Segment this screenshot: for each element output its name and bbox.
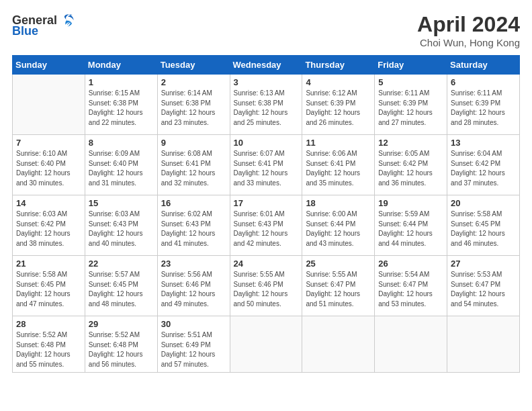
day-info: Sunrise: 6:14 AM Sunset: 6:38 PM Dayligh… xyxy=(161,89,226,128)
calendar-cell xyxy=(13,75,85,135)
day-info: Sunrise: 6:08 AM Sunset: 6:41 PM Dayligh… xyxy=(161,149,226,188)
day-info: Sunrise: 6:10 AM Sunset: 6:40 PM Dayligh… xyxy=(16,149,81,188)
weekday-header-tuesday: Tuesday xyxy=(157,56,230,75)
day-number: 17 xyxy=(234,198,299,208)
calendar-cell: 22Sunrise: 5:57 AM Sunset: 6:45 PM Dayli… xyxy=(85,256,157,316)
calendar-cell: 8Sunrise: 6:09 AM Sunset: 6:40 PM Daylig… xyxy=(85,135,157,195)
day-number: 13 xyxy=(451,138,516,148)
weekday-header-wednesday: Wednesday xyxy=(230,56,302,75)
calendar-cell: 28Sunrise: 5:52 AM Sunset: 6:48 PM Dayli… xyxy=(13,316,85,373)
calendar-cell: 11Sunrise: 6:06 AM Sunset: 6:41 PM Dayli… xyxy=(302,135,375,195)
day-number: 11 xyxy=(306,138,371,148)
day-info: Sunrise: 6:02 AM Sunset: 6:43 PM Dayligh… xyxy=(161,210,226,248)
day-info: Sunrise: 6:07 AM Sunset: 6:41 PM Dayligh… xyxy=(234,149,299,188)
weekday-header-friday: Friday xyxy=(375,56,447,75)
day-info: Sunrise: 6:04 AM Sunset: 6:42 PM Dayligh… xyxy=(451,149,516,188)
weekday-header-monday: Monday xyxy=(85,56,157,75)
calendar-cell: 30Sunrise: 5:51 AM Sunset: 6:49 PM Dayli… xyxy=(157,316,230,373)
page: General Blue April 2024 Choi Wun, Hong K… xyxy=(0,0,532,411)
calendar-cell: 16Sunrise: 6:02 AM Sunset: 6:43 PM Dayli… xyxy=(157,195,230,256)
week-row-3: 14Sunrise: 6:03 AM Sunset: 6:42 PM Dayli… xyxy=(13,195,520,256)
day-number: 20 xyxy=(451,198,516,208)
day-number: 12 xyxy=(378,138,443,148)
day-info: Sunrise: 5:52 AM Sunset: 6:48 PM Dayligh… xyxy=(16,330,81,369)
week-row-1: 1Sunrise: 6:15 AM Sunset: 6:38 PM Daylig… xyxy=(13,75,520,135)
calendar-cell: 5Sunrise: 6:11 AM Sunset: 6:39 PM Daylig… xyxy=(375,75,447,135)
weekday-header-sunday: Sunday xyxy=(13,56,85,75)
calendar-cell: 2Sunrise: 6:14 AM Sunset: 6:38 PM Daylig… xyxy=(157,75,230,135)
day-number: 10 xyxy=(234,138,299,148)
calendar-cell: 25Sunrise: 5:55 AM Sunset: 6:47 PM Dayli… xyxy=(302,256,375,316)
day-number: 23 xyxy=(161,259,226,269)
calendar-cell: 24Sunrise: 5:55 AM Sunset: 6:46 PM Dayli… xyxy=(230,256,302,316)
day-info: Sunrise: 5:51 AM Sunset: 6:49 PM Dayligh… xyxy=(161,330,226,369)
day-number: 5 xyxy=(378,77,443,87)
day-info: Sunrise: 6:05 AM Sunset: 6:42 PM Dayligh… xyxy=(378,149,443,188)
day-info: Sunrise: 5:58 AM Sunset: 6:45 PM Dayligh… xyxy=(451,210,516,248)
day-number: 4 xyxy=(306,77,371,87)
day-info: Sunrise: 5:56 AM Sunset: 6:46 PM Dayligh… xyxy=(161,270,226,309)
calendar-cell: 1Sunrise: 6:15 AM Sunset: 6:38 PM Daylig… xyxy=(85,75,157,135)
day-number: 25 xyxy=(306,259,371,269)
day-number: 15 xyxy=(89,198,154,208)
day-info: Sunrise: 6:11 AM Sunset: 6:39 PM Dayligh… xyxy=(451,89,516,128)
calendar-cell: 12Sunrise: 6:05 AM Sunset: 6:42 PM Dayli… xyxy=(375,135,447,195)
title-block: April 2024 Choi Wun, Hong Kong xyxy=(417,12,520,48)
day-info: Sunrise: 6:03 AM Sunset: 6:43 PM Dayligh… xyxy=(89,210,154,248)
day-number: 28 xyxy=(16,319,81,329)
calendar-cell: 10Sunrise: 6:07 AM Sunset: 6:41 PM Dayli… xyxy=(230,135,302,195)
day-number: 9 xyxy=(161,138,226,148)
calendar-cell xyxy=(447,316,520,373)
calendar-cell: 26Sunrise: 5:54 AM Sunset: 6:47 PM Dayli… xyxy=(375,256,447,316)
calendar-cell: 3Sunrise: 6:13 AM Sunset: 6:38 PM Daylig… xyxy=(230,75,302,135)
calendar-cell: 21Sunrise: 5:58 AM Sunset: 6:45 PM Dayli… xyxy=(13,256,85,316)
calendar-cell xyxy=(375,316,447,373)
calendar-cell: 20Sunrise: 5:58 AM Sunset: 6:45 PM Dayli… xyxy=(447,195,520,256)
day-info: Sunrise: 5:55 AM Sunset: 6:47 PM Dayligh… xyxy=(306,270,371,309)
day-info: Sunrise: 6:13 AM Sunset: 6:38 PM Dayligh… xyxy=(234,89,299,128)
calendar-cell: 13Sunrise: 6:04 AM Sunset: 6:42 PM Dayli… xyxy=(447,135,520,195)
day-number: 6 xyxy=(451,77,516,87)
calendar-cell: 19Sunrise: 5:59 AM Sunset: 6:44 PM Dayli… xyxy=(375,195,447,256)
calendar-table: SundayMondayTuesdayWednesdayThursdayFrid… xyxy=(12,55,520,373)
day-number: 1 xyxy=(89,77,154,87)
calendar-cell: 14Sunrise: 6:03 AM Sunset: 6:42 PM Dayli… xyxy=(13,195,85,256)
day-info: Sunrise: 5:55 AM Sunset: 6:46 PM Dayligh… xyxy=(234,270,299,309)
week-row-4: 21Sunrise: 5:58 AM Sunset: 6:45 PM Dayli… xyxy=(13,256,520,316)
location: Choi Wun, Hong Kong xyxy=(417,37,520,48)
day-info: Sunrise: 5:58 AM Sunset: 6:45 PM Dayligh… xyxy=(16,270,81,309)
weekday-header-saturday: Saturday xyxy=(447,56,520,75)
day-number: 19 xyxy=(378,198,443,208)
day-info: Sunrise: 6:03 AM Sunset: 6:42 PM Dayligh… xyxy=(16,210,81,248)
calendar-cell: 27Sunrise: 5:53 AM Sunset: 6:47 PM Dayli… xyxy=(447,256,520,316)
day-number: 24 xyxy=(234,259,299,269)
day-info: Sunrise: 5:52 AM Sunset: 6:48 PM Dayligh… xyxy=(89,330,154,369)
day-info: Sunrise: 6:09 AM Sunset: 6:40 PM Dayligh… xyxy=(89,149,154,188)
weekday-header-row: SundayMondayTuesdayWednesdayThursdayFrid… xyxy=(13,56,520,75)
day-number: 14 xyxy=(16,198,81,208)
logo-blue-text: Blue xyxy=(12,24,38,38)
day-number: 2 xyxy=(161,77,226,87)
logo-bird-icon xyxy=(60,12,76,28)
day-info: Sunrise: 6:11 AM Sunset: 6:39 PM Dayligh… xyxy=(378,89,443,128)
calendar-cell: 6Sunrise: 6:11 AM Sunset: 6:39 PM Daylig… xyxy=(447,75,520,135)
calendar-cell: 7Sunrise: 6:10 AM Sunset: 6:40 PM Daylig… xyxy=(13,135,85,195)
day-number: 26 xyxy=(378,259,443,269)
day-number: 29 xyxy=(89,319,154,329)
day-info: Sunrise: 5:59 AM Sunset: 6:44 PM Dayligh… xyxy=(378,210,443,248)
day-number: 27 xyxy=(451,259,516,269)
month-title: April 2024 xyxy=(417,12,520,37)
calendar-cell xyxy=(302,316,375,373)
day-number: 7 xyxy=(16,138,81,148)
week-row-5: 28Sunrise: 5:52 AM Sunset: 6:48 PM Dayli… xyxy=(13,316,520,373)
calendar-cell: 4Sunrise: 6:12 AM Sunset: 6:39 PM Daylig… xyxy=(302,75,375,135)
day-info: Sunrise: 6:01 AM Sunset: 6:43 PM Dayligh… xyxy=(234,210,299,248)
day-info: Sunrise: 5:53 AM Sunset: 6:47 PM Dayligh… xyxy=(451,270,516,309)
calendar-cell xyxy=(230,316,302,373)
weekday-header-thursday: Thursday xyxy=(302,56,375,75)
day-info: Sunrise: 6:12 AM Sunset: 6:39 PM Dayligh… xyxy=(306,89,371,128)
logo: General Blue xyxy=(12,12,76,38)
day-number: 16 xyxy=(161,198,226,208)
calendar-cell: 9Sunrise: 6:08 AM Sunset: 6:41 PM Daylig… xyxy=(157,135,230,195)
calendar-cell: 29Sunrise: 5:52 AM Sunset: 6:48 PM Dayli… xyxy=(85,316,157,373)
